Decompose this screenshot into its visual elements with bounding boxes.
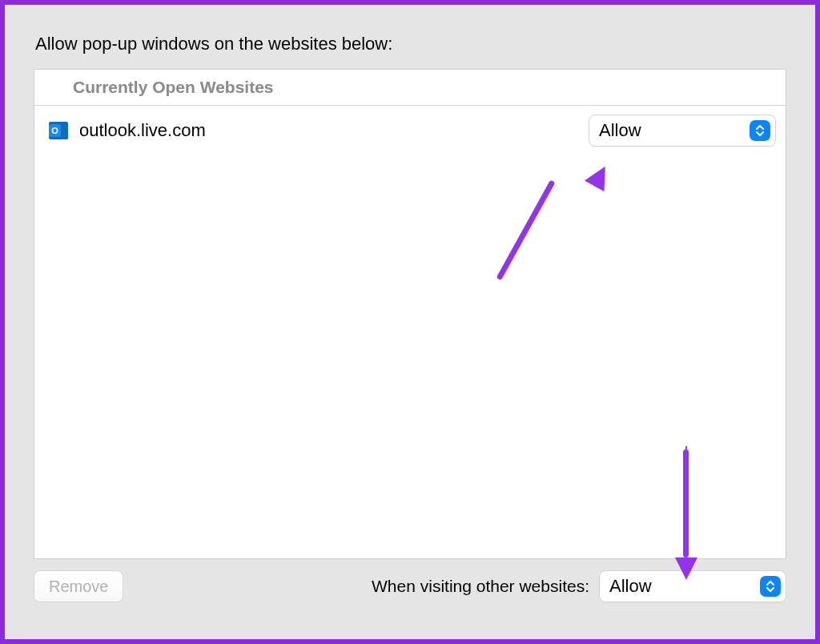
- annotation-arrow-icon: [683, 449, 689, 557]
- outlook-favicon-icon: O: [49, 122, 68, 139]
- site-domain: outlook.live.com: [79, 120, 589, 141]
- websites-list: Currently Open Websites O outlook.live.c…: [34, 69, 786, 559]
- site-row[interactable]: O outlook.live.com Allow: [34, 106, 786, 155]
- updown-chevron-icon: [760, 576, 781, 597]
- list-header: Currently Open Websites: [34, 70, 786, 106]
- site-setting-value: Allow: [599, 120, 750, 141]
- preferences-panel: Allow pop-up windows on the websites bel…: [0, 0, 820, 644]
- other-websites-label: When visiting other websites:: [372, 577, 589, 596]
- updown-chevron-icon: [750, 120, 770, 141]
- site-setting-select[interactable]: Allow: [589, 115, 776, 147]
- bottom-bar: Remove When visiting other websites: All…: [34, 570, 786, 602]
- remove-button[interactable]: Remove: [34, 570, 123, 602]
- annotation-arrowhead-icon: [675, 557, 697, 580]
- section-title: Allow pop-up windows on the websites bel…: [35, 34, 786, 54]
